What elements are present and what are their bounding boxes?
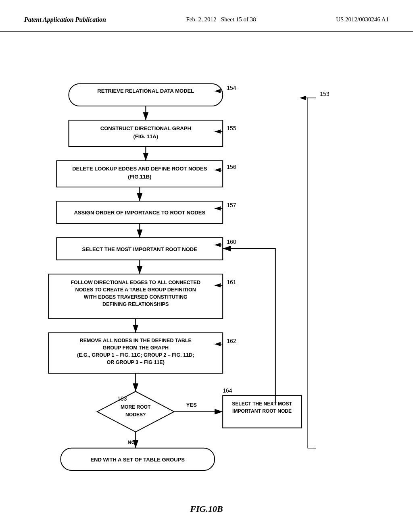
node-end-text: END WITH A SET OF TABLE GROUPS xyxy=(90,457,185,463)
ref-162-label: 162 xyxy=(227,338,236,344)
main-content: 153 RETRIEVE RELATIONAL DATA MODEL 154 C… xyxy=(0,32,413,530)
node-162-line3: (E.G., GROUP 1 – FIG. 11C; GROUP 2 – FIG… xyxy=(77,352,194,358)
ref-153-label: 153 xyxy=(320,91,330,97)
patent-number: US 2012/0030246 A1 xyxy=(336,16,389,23)
ref-154-label: 154 xyxy=(227,85,236,91)
date-sheet: Feb. 2, 2012 Sheet 15 of 38 xyxy=(186,16,256,23)
ref-155-label: 155 xyxy=(227,125,236,131)
node-156-line1: DELETE LOOKUP EDGES AND DEFINE ROOT NODE… xyxy=(72,166,207,172)
page-header: Patent Application Publication Feb. 2, 2… xyxy=(0,0,413,32)
flowchart-diagram: 153 RETRIEVE RELATIONAL DATA MODEL 154 C… xyxy=(24,56,389,500)
ref-156-label: 156 xyxy=(227,164,236,170)
node-164-line2: IMPORTANT ROOT NODE xyxy=(232,408,292,414)
node-162-line2: GROUP FROM THE GRAPH xyxy=(102,345,169,351)
flowchart-svg: 153 RETRIEVE RELATIONAL DATA MODEL 154 C… xyxy=(24,56,389,500)
node-156-line2: (FIG.11B) xyxy=(128,174,151,180)
node-157-text: ASSIGN ORDER OF IMPORTANCE TO ROOT NODES xyxy=(74,210,205,216)
node-161-line3: WITH EDGES TRAVERSED CONSTITUTING xyxy=(84,294,188,300)
node-163-line2: NODES? xyxy=(125,412,146,418)
ref-160-label: 160 xyxy=(227,239,236,245)
node-162-line4: OR GROUP 3 – FIG 11E) xyxy=(107,360,165,365)
ref-164-label: 164 xyxy=(223,387,232,394)
ref-161-label: 161 xyxy=(227,279,236,285)
svg-rect-2 xyxy=(69,84,223,106)
figure-label: FIG.10B xyxy=(24,504,389,514)
node-161-line1: FOLLOW DIRECTIONAL EDGES TO ALL CONNECTE… xyxy=(71,280,200,285)
node-155-line2: (FIG. 11A) xyxy=(133,133,159,139)
yes-label: YES xyxy=(186,402,197,408)
node-161-line4: DEFINING RELATIONSHIPS xyxy=(102,301,169,307)
no-label: NO xyxy=(127,439,136,445)
node-161-line2: NODES TO CREATE A TABLE GROUP DEFINITION xyxy=(75,287,196,293)
ref-157-label: 157 xyxy=(227,202,236,208)
node-154-text: RETRIEVE RELATIONAL DATA MODEL xyxy=(97,88,194,94)
ref-163-label: 163 xyxy=(117,395,127,402)
node-164-line1: SELECT THE NEXT MOST xyxy=(232,401,292,407)
publication-label: Patent Application Publication xyxy=(24,16,106,23)
node-163-line1: MORE ROOT xyxy=(121,404,151,410)
node-155-line1: CONSTRUCT DIRECTIONAL GRAPH xyxy=(100,125,191,131)
node-160-text: SELECT THE MOST IMPORTANT ROOT NODE xyxy=(82,246,198,252)
node-162-line1: REMOVE ALL NODES IN THE DEFINED TABLE xyxy=(80,338,192,343)
